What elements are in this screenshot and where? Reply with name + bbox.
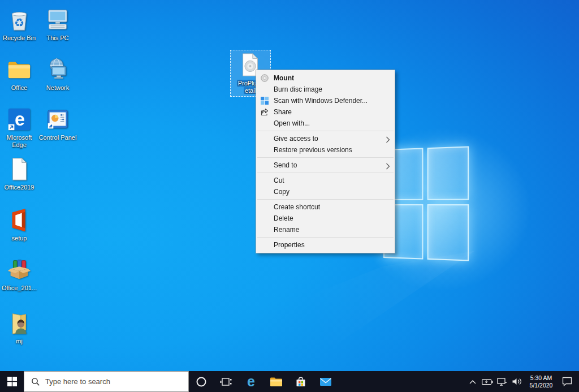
tray-time: 5:30 AM <box>525 374 557 382</box>
windows-defender-icon <box>261 97 269 105</box>
taskbar: e <box>0 371 579 392</box>
edge-tile-icon: e <box>6 106 32 132</box>
windows-start-icon <box>7 377 17 386</box>
svg-text:♻: ♻ <box>14 16 24 29</box>
svg-text:e: e <box>15 109 25 130</box>
menu-item-restore-previous-versions[interactable]: Restore previous versions <box>256 144 395 156</box>
start-button[interactable] <box>0 371 24 392</box>
menu-item-scan-with-windows-defender[interactable]: Scan with Windows Defender... <box>256 95 395 106</box>
recycle-bin-icon: ♻ <box>6 7 32 33</box>
icon-label: Control Panel <box>38 134 77 141</box>
user-folder-icon <box>6 310 32 336</box>
desktop-icon-this-pc[interactable]: This PC <box>38 7 77 42</box>
tray-date: 5/1/2020 <box>525 382 557 389</box>
folder-icon <box>6 57 32 83</box>
menu-separator <box>257 131 394 131</box>
desktop-icon-office-201[interactable]: Office_201... <box>0 257 38 292</box>
desktop-icon-office[interactable]: Office <box>0 57 38 92</box>
menu-separator <box>257 237 394 238</box>
network-globe-icon <box>45 57 71 83</box>
menu-item-properties[interactable]: Properties <box>256 239 395 251</box>
share-icon <box>261 108 269 116</box>
menu-item-delete[interactable]: Delete <box>256 213 395 224</box>
menu-item-burn-disc-image[interactable]: Burn disc image <box>256 84 395 95</box>
battery-charging-icon <box>482 378 493 385</box>
mail-button[interactable] <box>313 371 338 392</box>
volume-button[interactable] <box>511 371 522 392</box>
battery-status-button[interactable] <box>481 371 493 392</box>
action-center-button[interactable] <box>560 371 574 392</box>
menu-item-give-access-to[interactable]: Give access to <box>256 133 395 144</box>
box-with-books-icon <box>6 257 32 283</box>
taskbar-clock[interactable]: 5:30 AM 5/1/2020 <box>525 374 557 389</box>
windows-desktop: ♻ Recycle Bin Office e Microsoft Edge Of… <box>0 0 579 392</box>
computer-icon <box>45 7 71 33</box>
network-icon <box>497 378 507 386</box>
icon-label: Office_201... <box>0 285 38 292</box>
hidden-icons-chevron-button[interactable] <box>466 371 478 392</box>
menu-separator <box>257 173 394 173</box>
icon-label: Microsoft Edge <box>0 134 38 148</box>
speaker-icon <box>512 377 522 386</box>
microsoft-store-button[interactable] <box>288 371 313 392</box>
search-input[interactable] <box>45 377 170 386</box>
office-setup-icon <box>6 207 32 233</box>
desktop-icon-microsoft-edge[interactable]: e Microsoft Edge <box>0 106 38 148</box>
mail-icon <box>319 377 332 387</box>
desktop-icon-setup[interactable]: setup <box>0 207 38 242</box>
menu-item-send-to[interactable]: Send to <box>256 160 395 171</box>
desktop-icon-control-panel[interactable]: Control Panel <box>38 106 77 141</box>
cortana-button[interactable] <box>189 371 214 392</box>
menu-item-share[interactable]: Share <box>256 106 395 118</box>
icon-label: setup <box>0 235 38 242</box>
system-tray: 5:30 AM 5/1/2020 <box>466 371 579 392</box>
network-status-button[interactable] <box>496 371 508 392</box>
menu-item-create-shortcut[interactable]: Create shortcut <box>256 201 395 213</box>
chevron-up-icon <box>469 380 476 384</box>
context-menu: Mount Burn disc image Scan with Windows … <box>256 70 395 253</box>
control-panel-icon <box>45 106 71 132</box>
menu-separator <box>257 157 394 158</box>
icon-label: Network <box>38 84 77 92</box>
menu-item-cut[interactable]: Cut <box>256 175 395 186</box>
menu-item-mount[interactable]: Mount <box>256 72 395 84</box>
task-view-button[interactable] <box>214 371 239 392</box>
file-explorer-button[interactable] <box>263 371 288 392</box>
disc-icon <box>261 74 269 82</box>
desktop-icon-network[interactable]: Network <box>38 57 77 92</box>
icon-label: This PC <box>38 35 77 42</box>
menu-item-rename[interactable]: Rename <box>256 224 395 235</box>
menu-item-copy[interactable]: Copy <box>256 186 395 197</box>
task-view-icon <box>220 376 232 387</box>
search-icon <box>31 377 40 386</box>
desktop-icon-mj[interactable]: mj <box>0 310 38 345</box>
icon-label: Office <box>0 84 38 92</box>
taskbar-search[interactable] <box>24 371 189 392</box>
file-explorer-icon <box>270 376 283 387</box>
windows-wallpaper-logo-icon <box>383 146 469 261</box>
menu-separator <box>257 199 394 200</box>
icon-label: mj <box>0 338 38 345</box>
action-center-icon <box>562 377 572 386</box>
submenu-arrow-icon <box>386 162 390 173</box>
icon-label: Office2019 <box>0 184 38 191</box>
edge-icon: e <box>247 374 255 389</box>
menu-item-open-with[interactable]: Open with... <box>256 118 395 129</box>
edge-taskbar-button[interactable]: e <box>239 371 263 392</box>
store-icon <box>295 376 306 387</box>
desktop-icon-recycle-bin[interactable]: ♻ Recycle Bin <box>0 7 38 42</box>
desktop-icon-office2019[interactable]: Office2019 <box>0 156 38 191</box>
document-icon <box>6 156 32 182</box>
icon-label: Recycle Bin <box>0 35 38 42</box>
cortana-icon <box>196 376 207 387</box>
